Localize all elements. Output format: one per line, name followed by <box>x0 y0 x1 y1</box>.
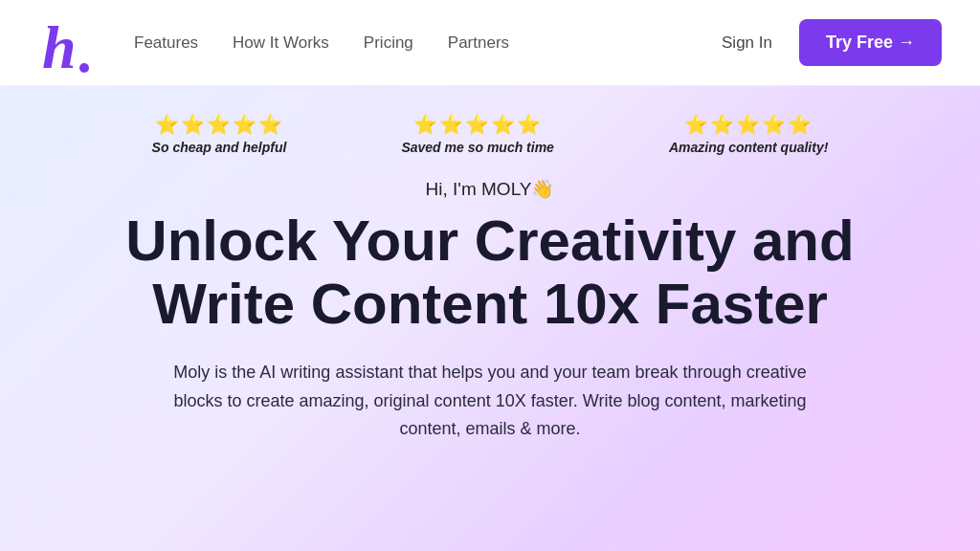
try-free-button[interactable]: Try Free → <box>799 19 942 66</box>
hero-headline: Unlock Your Creativity and Write Content… <box>59 209 921 336</box>
nav-how-it-works[interactable]: How It Works <box>233 33 329 52</box>
stars-1: ⭐⭐⭐⭐⭐ <box>155 113 284 136</box>
nav-right: Sign In Try Free → <box>722 19 942 66</box>
svg-text:h: h <box>42 14 77 77</box>
review-item-3: ⭐⭐⭐⭐⭐ Amazing content quality! <box>669 113 828 155</box>
stars-3: ⭐⭐⭐⭐⭐ <box>684 113 813 136</box>
review-item-2: ⭐⭐⭐⭐⭐ Saved me so much time <box>401 113 554 155</box>
review-text-2: Saved me so much time <box>401 140 554 155</box>
nav-pricing[interactable]: Pricing <box>364 33 413 52</box>
hero-description: Moly is the AI writing assistant that he… <box>165 359 815 444</box>
sign-in-link[interactable]: Sign In <box>722 33 772 53</box>
navbar: h Features How It Works Pricing Partners… <box>0 0 980 86</box>
nav-features[interactable]: Features <box>134 33 198 52</box>
logo[interactable]: h <box>38 14 96 72</box>
hero-greeting: Hi, I'm MOLY👋 <box>426 178 555 200</box>
nav-links: Features How It Works Pricing Partners <box>134 33 722 53</box>
review-item-1: ⭐⭐⭐⭐⭐ So cheap and helpful <box>152 113 287 155</box>
hero-section: ⭐⭐⭐⭐⭐ So cheap and helpful ⭐⭐⭐⭐⭐ Saved m… <box>0 86 980 551</box>
review-text-3: Amazing content quality! <box>669 140 828 155</box>
reviews-row: ⭐⭐⭐⭐⭐ So cheap and helpful ⭐⭐⭐⭐⭐ Saved m… <box>152 113 829 155</box>
nav-partners[interactable]: Partners <box>448 33 509 52</box>
svg-point-1 <box>79 63 89 73</box>
review-text-1: So cheap and helpful <box>152 140 287 155</box>
stars-2: ⭐⭐⭐⭐⭐ <box>413 113 543 136</box>
